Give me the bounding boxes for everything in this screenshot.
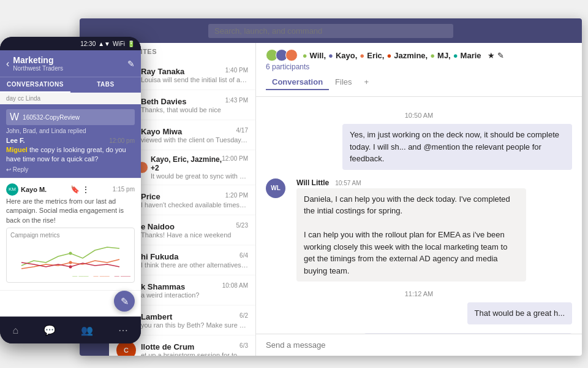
participant-avatar [285,49,298,61]
mobile-time: 1:15 pm [113,186,135,193]
mobile-nav-teams[interactable]: 👥 [81,324,93,336]
mobile-message-item[interactable]: KM Kayo M. 🔖 ⋮ 1:15 pm Here are the metr… [0,178,141,291]
mobile-nav-chat[interactable]: 💬 [43,324,56,336]
message-bubble: Yes, im just working on the deck now, it… [342,124,572,170]
compose-fab[interactable]: ✎ [114,291,135,312]
mobile-message-text: Here are the metrics from our last ad ca… [6,197,135,225]
titlebar [80,18,582,43]
mobile-tab-conversations[interactable]: CONVERSATIONS [0,77,70,93]
mobile-context-line: day cc Linda [0,93,141,104]
svg-point-2 [69,265,72,268]
mobile-message-list: day cc Linda W 160532-CopyReview John, B… [0,93,141,316]
mobile-group-sub: Northwest Traders [13,65,124,72]
mobile-sender: Kayo M. [21,186,47,193]
tab-add[interactable]: + [358,75,375,90]
bookmark-icon[interactable]: 🔖 [70,185,80,194]
compose-icon[interactable]: ✎ [127,59,135,69]
word-icon: W [10,112,19,123]
mobile-message-text: Miguel the copy is looking great, do you… [6,145,135,164]
message-bubble: That would be a great h... [467,302,572,324]
mobile-nav-tabs: CONVERSATIONS TABS [0,77,141,93]
tab-conversation[interactable]: Conversation [266,75,329,90]
mobile-nav-more[interactable]: ⋯ [118,324,128,336]
avatar: KM [6,183,18,196]
message-row: That would be a great h... [266,302,572,324]
conversation-panel: ● Will, ● Kayo, ● Eric, ● Jazmine, ● MJ,… [256,43,582,356]
more-icon[interactable]: ⋮ [82,185,89,194]
mobile-nav-home[interactable]: ⌂ [13,325,19,336]
tab-files[interactable]: Files [329,75,358,90]
mobile-time: 12:30 [80,40,96,47]
mobile-message-item[interactable]: W 160532-CopyReview John, Brad, and Lind… [0,104,141,178]
message-bubble: Daniela, I can help you with the deck to… [296,188,526,282]
conversation-tabs: Conversation Files + [266,75,572,90]
mobile-time: 12:00 pm [109,137,135,144]
svg-point-1 [69,261,72,264]
message-sender: Will Little [296,178,329,187]
participant-list: ● Will, ● Kayo, ● Eric, ● Jazmine, ● MJ,… [266,49,572,61]
reply-indicator: John, Brad, and Linda replied [6,128,135,134]
mobile-topbar: ‹ Marketing Northwest Traders ✎ [0,50,141,77]
message-row: Yes, im just working on the deck now, it… [266,124,572,170]
avatar: WL [266,178,285,198]
reply-button[interactable]: ↩ Reply [6,166,135,173]
conversation-header: ● Will, ● Kayo, ● Eric, ● Jazmine, ● MJ,… [256,43,582,97]
message-input-area [256,334,582,356]
mobile-bottom-nav: ⌂ 💬 👥 ⋯ [0,316,141,343]
back-icon[interactable]: ‹ [6,58,9,69]
mobile-group-name: Marketing [13,55,124,65]
message-row: WL Will Little 10:57 AM Daniela, I can h… [266,178,572,282]
edit-icon: ✎ [121,296,129,307]
search-input[interactable] [208,24,453,38]
message-input[interactable] [266,340,572,350]
desktop-app: 🔔 2 💬 1 👥 1 Favorites RT Ray Tanaka [80,18,582,356]
mobile-tab-tabs[interactable]: TABS [70,77,141,93]
participant-count: 6 participants [266,63,572,71]
metric-card: Campaign metrics [6,228,135,283]
file-attachment: W 160532-CopyReview [6,109,135,125]
mobile-sender: Lee F. [6,137,25,144]
message-timestamp: 11:12 AM [266,290,572,297]
message-list: 10:50 AM Yes, im just working on the dec… [256,97,582,334]
mobile-statusbar: 12:30 ▲▼ WiFi 🔋 [0,37,141,50]
message-time: 10:57 AM [335,180,361,186]
mobile-app: 12:30 ▲▼ WiFi 🔋 ‹ Marketing Northwest Tr… [0,37,141,343]
message-timestamp: 10:50 AM [266,112,572,119]
svg-point-0 [69,251,72,255]
